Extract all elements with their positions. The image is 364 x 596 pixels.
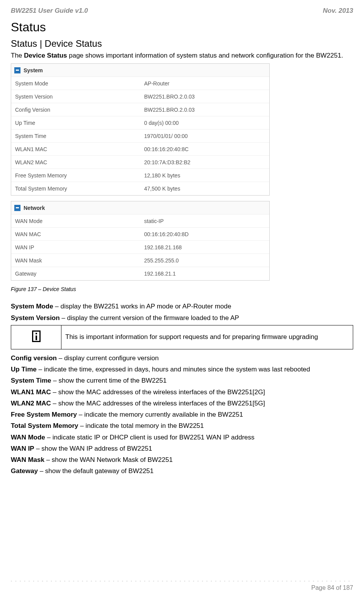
row-value: 1970/01/01/ 00:00 [140, 130, 269, 142]
table-row: Up Time0 day(s) 00:00 [11, 116, 269, 129]
definition-text: – show the current time of the BW2251 [51, 377, 167, 384]
row-value: 0 day(s) 00:00 [140, 117, 269, 129]
system-icon [14, 67, 20, 73]
definition-text: – display the BW2251 works in AP mode or… [53, 303, 231, 310]
definition-text: – indicate static IP or DHCP client is u… [45, 434, 255, 441]
definition: System Mode – display the BW2251 works i… [11, 302, 353, 310]
info-icon [32, 330, 41, 342]
definition: Gateway – show the default gateway of BW… [11, 467, 353, 475]
intro-bold: Device Status [24, 52, 67, 59]
definition-text: – display current configure version [57, 354, 159, 362]
definition-text: – display the current version of the fir… [60, 314, 239, 322]
page-number: Page 84 of 187 [11, 584, 353, 591]
definition-term: Config version [11, 354, 57, 362]
network-panel-title: Network [24, 205, 45, 211]
table-row: WLAN2 MAC20:10:7A:D3:B2:B2 [11, 156, 269, 169]
row-key: Up Time [11, 117, 140, 129]
definition-text: – show the MAC addresses of the wireless… [51, 388, 265, 396]
row-key: Gateway [11, 267, 140, 280]
row-key: Free System Memory [11, 169, 140, 182]
definition: WLAN2 MAC – show the MAC addresses of th… [11, 399, 353, 407]
row-key: System Mode [11, 77, 140, 90]
row-key: Total System Memory [11, 182, 140, 195]
table-row: System VersionBW2251.BRO.2.0.03 [11, 90, 269, 103]
table-row: WAN Modestatic-IP [11, 215, 269, 228]
definition-term: WLAN1 MAC [11, 388, 51, 396]
definition-term: Free System Memory [11, 411, 77, 418]
definition-term: System Time [11, 377, 51, 384]
row-value: 12,180 K bytes [140, 169, 269, 182]
info-table: This is important information for suppor… [11, 325, 353, 349]
row-key: WAN Mode [11, 215, 140, 227]
row-key: WAN MAC [11, 228, 140, 240]
definition: WAN IP – show the WAN IP address of BW22… [11, 444, 353, 453]
table-row: WAN Mask255.255.255.0 [11, 254, 269, 267]
definition: WAN Mask – show the WAN Network Mask of … [11, 456, 353, 464]
row-key: System Time [11, 130, 140, 142]
info-icon-cell [11, 325, 61, 349]
table-row: WLAN1 MAC00:16:16:20:40:8C [11, 143, 269, 156]
definition-text: – show the WAN Network Mask of BW2251 [44, 456, 173, 463]
row-value: 20:10:7A:D3:B2:B2 [140, 156, 269, 169]
definition: Total System Memory – indicate the total… [11, 422, 353, 430]
definition-term: System Version [11, 314, 60, 322]
table-row: Total System Memory47,500 K bytes [11, 182, 269, 195]
definition-text: – show the WAN IP address of BW2251 [34, 445, 152, 452]
definition: Up Time – indicate the time, expressed i… [11, 365, 353, 373]
definition-term: WAN Mask [11, 456, 44, 463]
intro-pre: The [11, 52, 24, 59]
row-value: 192.168.21.1 [140, 267, 269, 280]
doc-title: BW2251 User Guide v1.0 [11, 7, 88, 15]
table-row: Config VersionBW2251.BRO.2.0.03 [11, 103, 269, 116]
system-panel-title: System [24, 67, 43, 73]
row-key: Config Version [11, 104, 140, 116]
row-key: WLAN2 MAC [11, 156, 140, 169]
page-header: BW2251 User Guide v1.0 Nov. 2013 [11, 7, 353, 15]
row-key: System Version [11, 90, 140, 103]
definition-text: – show the default gateway of BW2251 [38, 467, 154, 475]
table-row: Free System Memory12,180 K bytes [11, 169, 269, 182]
definition: Free System Memory – indicate the memory… [11, 410, 353, 419]
definition-term: Total System Memory [11, 422, 78, 429]
row-value: BW2251.BRO.2.0.03 [140, 90, 269, 103]
definition-term: System Mode [11, 303, 53, 310]
row-value: 00:16:16:20:40:8D [140, 228, 269, 240]
row-key: WLAN1 MAC [11, 143, 140, 155]
row-value: AP-Router [140, 77, 269, 90]
section-title: Status | Device Status [11, 38, 353, 49]
row-value: static-IP [140, 215, 269, 227]
definition: System Version – display the current ver… [11, 314, 353, 322]
definition: Config version – display current configu… [11, 354, 353, 362]
intro-paragraph: The Device Status page shows important i… [11, 51, 353, 60]
row-value: 255.255.255.0 [140, 254, 269, 267]
footer-separator: - - - - - - - - - - - - - - - - - - - - … [11, 579, 353, 584]
row-key: WAN Mask [11, 254, 140, 267]
row-value: 47,500 K bytes [140, 182, 269, 195]
figure-caption: Figure 137 – Device Status [11, 286, 353, 292]
definition-text: – indicate the time, expressed in days, … [37, 366, 310, 373]
definition: WLAN1 MAC – show the MAC addresses of th… [11, 388, 353, 396]
definition-text: – indicate the total memory in the BW225… [78, 422, 204, 429]
network-panel-header: Network [11, 201, 269, 215]
table-row: Gateway192.168.21.1 [11, 267, 269, 280]
definition-text: – indicate the memory currently availabl… [77, 411, 243, 418]
info-text: This is important information for suppor… [61, 325, 353, 349]
row-value: 00:16:16:20:40:8C [140, 143, 269, 155]
doc-date: Nov. 2013 [323, 7, 353, 15]
network-icon [14, 205, 20, 211]
row-value: BW2251.BRO.2.0.03 [140, 104, 269, 116]
definition-term: WAN Mode [11, 434, 45, 441]
system-panel: System System ModeAP-RouterSystem Versio… [11, 63, 270, 196]
table-row: System ModeAP-Router [11, 77, 269, 90]
page-footer: - - - - - - - - - - - - - - - - - - - - … [11, 579, 353, 591]
table-row: WAN IP192.168.21.168 [11, 241, 269, 254]
definition-text: – show the MAC addresses of the wireless… [51, 400, 265, 407]
definition: WAN Mode – indicate static IP or DHCP cl… [11, 433, 353, 441]
row-key: WAN IP [11, 241, 140, 254]
definition: System Time – show the current time of t… [11, 376, 353, 385]
network-panel: Network WAN Modestatic-IPWAN MAC00:16:16… [11, 201, 270, 281]
table-row: WAN MAC00:16:16:20:40:8D [11, 228, 269, 241]
row-value: 192.168.21.168 [140, 241, 269, 254]
table-row: System Time1970/01/01/ 00:00 [11, 129, 269, 143]
intro-post: page shows important information of syst… [67, 52, 343, 59]
